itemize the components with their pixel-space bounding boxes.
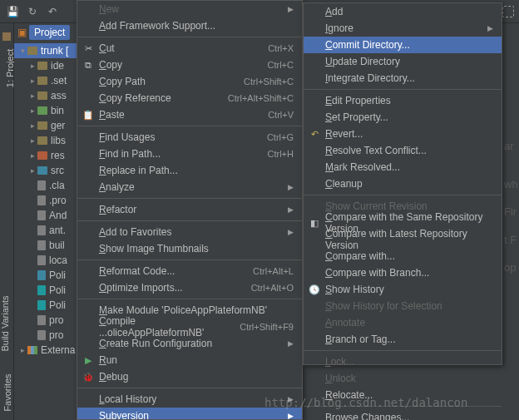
menu-item[interactable]: Copy ReferenceCtrl+Alt+Shift+C — [77, 90, 302, 106]
menu-item[interactable]: Create Run Configuration▶ — [77, 335, 302, 352]
context-menu: New▶Add Framework Support...✂CutCtrl+X⧉C… — [77, 0, 303, 420]
tree-item[interactable]: ant. — [14, 223, 79, 238]
menu-item: Unlock — [304, 370, 502, 387]
menu-item[interactable]: ↶Revert... — [304, 126, 502, 142]
menu-item[interactable]: Update Directory — [304, 53, 502, 70]
menu-item: New▶ — [77, 1, 302, 17]
diff-icon: ◧ — [309, 217, 320, 229]
menu-item[interactable]: Copy PathCtrl+Shift+C — [77, 73, 302, 90]
project-icon: ▣ — [17, 27, 27, 38]
bg-text: wh — [504, 178, 518, 190]
tree-item[interactable]: ▸res — [14, 148, 79, 163]
undo-icon[interactable]: ↶ — [45, 4, 60, 19]
menu-item[interactable]: Refactor▶ — [77, 201, 302, 218]
bg-text: Fir — [504, 205, 517, 218]
project-tab-selector[interactable]: Project — [29, 25, 70, 40]
menu-item[interactable]: Compare with... — [304, 248, 502, 264]
svg-rect-0 — [2, 32, 11, 41]
menu-item[interactable]: Compare with Branch... — [304, 264, 502, 281]
menu-item[interactable]: Local History▶ — [77, 391, 302, 408]
menu-item[interactable]: Subversion▶ — [77, 408, 302, 420]
menu-item[interactable]: ✂CutCtrl+X — [77, 40, 302, 57]
tree-item[interactable]: And — [14, 208, 79, 223]
tree-item[interactable]: buil — [14, 238, 79, 253]
project-panel-header: ▣ Project — [14, 23, 79, 42]
save-icon[interactable]: 💾 — [5, 4, 20, 19]
menu-item[interactable]: ⧉CopyCtrl+C — [77, 57, 302, 73]
debug-icon: 🐞 — [82, 371, 94, 383]
bg-text: t F — [504, 234, 517, 246]
menu-item[interactable]: Optimize Imports...Ctrl+Alt+O — [77, 279, 302, 296]
tree-item[interactable]: ▸ass — [14, 88, 79, 103]
bg-text: ar — [504, 140, 514, 152]
tree-item[interactable]: ▸libs — [14, 133, 79, 148]
menu-item: Annotate — [304, 314, 502, 331]
menu-item[interactable]: 📋PasteCtrl+V — [77, 106, 302, 123]
tree-item[interactable]: ▸.set — [14, 73, 79, 88]
menu-item[interactable]: Browse Changes... — [304, 409, 502, 420]
menu-item: Show History for Selection — [304, 298, 502, 314]
tree-item[interactable]: Poli — [14, 298, 79, 313]
bg-text: op — [504, 261, 516, 274]
menu-item[interactable]: Add to Favorites▶ — [77, 224, 302, 240]
menu-item[interactable]: Branch or Tag... — [304, 331, 502, 348]
left-sidebar-tabs: 1: Project Build Variants Favorites — [0, 23, 14, 420]
menu-item[interactable]: Edit Properties — [304, 92, 502, 109]
menu-item[interactable]: Cleanup — [304, 175, 502, 192]
tree-item[interactable]: ▸bin — [14, 103, 79, 118]
tree-item[interactable]: pro — [14, 313, 79, 328]
menu-item[interactable]: Set Property... — [304, 109, 502, 126]
menu-item[interactable]: Replace in Path... — [77, 162, 302, 179]
tree-item[interactable]: .cla — [14, 178, 79, 193]
project-tree[interactable]: ▾trunk [▸ide▸.set▸ass▸bin▸ger▸libs▸res▸s… — [14, 42, 79, 359]
refresh-icon[interactable]: ↻ — [25, 4, 40, 19]
tree-item[interactable]: ▸ide — [14, 58, 79, 73]
paste-icon: 📋 — [82, 109, 94, 121]
project-panel: ▣ Project ▾trunk [▸ide▸.set▸ass▸bin▸ger▸… — [14, 23, 79, 420]
tree-item[interactable]: pro — [14, 328, 79, 343]
menu-item[interactable]: Add — [304, 3, 502, 20]
tree-item[interactable]: ▸ger — [14, 118, 79, 133]
menu-item[interactable]: Ignore▶ — [304, 20, 502, 37]
tree-item[interactable]: ▾trunk [ — [14, 43, 79, 58]
tree-item[interactable]: ▸src — [14, 163, 79, 178]
menu-item[interactable]: 🐞Debug — [77, 368, 302, 385]
menu-item[interactable]: Show Image Thumbnails — [77, 240, 302, 257]
cut-icon: ✂ — [82, 42, 94, 54]
tree-item[interactable]: loca — [14, 253, 79, 268]
run-icon: ▶ — [82, 354, 94, 366]
revert-icon: ↶ — [309, 128, 320, 140]
subversion-submenu: AddIgnore▶Commit Directory...Update Dire… — [303, 2, 502, 365]
copy-icon: ⧉ — [82, 59, 94, 71]
menu-item[interactable]: Compare with Latest Repository Version — [304, 231, 502, 248]
menu-item: Lock... — [304, 353, 502, 370]
menu-item[interactable]: Find UsagesCtrl+G — [77, 129, 302, 146]
menu-item[interactable]: Mark Resolved... — [304, 159, 502, 175]
menu-item[interactable]: Reformat Code...Ctrl+Alt+L — [77, 263, 302, 279]
history-icon: 🕓 — [309, 284, 320, 295]
tree-item[interactable]: Poli — [14, 283, 79, 298]
menu-item[interactable]: Analyze▶ — [77, 179, 302, 195]
menu-item[interactable]: Compile ...oliceAppPlateformNB'Ctrl+Shif… — [77, 319, 302, 335]
menu-item[interactable]: Find in Path...Ctrl+H — [77, 146, 302, 162]
tree-item[interactable]: ▸Externa — [14, 343, 79, 358]
menu-item[interactable]: Commit Directory... — [304, 37, 502, 53]
search-icon[interactable] — [502, 6, 514, 17]
tree-item[interactable]: Poli — [14, 268, 79, 283]
menu-item[interactable]: Integrate Directory... — [304, 70, 502, 86]
sidebar-tab-build[interactable]: Build Variants — [0, 295, 10, 351]
menu-item[interactable]: Add Framework Support... — [77, 17, 302, 34]
menu-item[interactable]: Relocate... — [304, 387, 502, 403]
menu-item[interactable]: ▶Run — [77, 352, 302, 368]
menu-item[interactable]: Resolve Text Conflict... — [304, 142, 502, 159]
tree-item[interactable]: .pro — [14, 193, 79, 208]
menu-item[interactable]: 🕓Show History — [304, 281, 502, 298]
sidebar-tab-favorites[interactable]: Favorites — [2, 373, 12, 411]
